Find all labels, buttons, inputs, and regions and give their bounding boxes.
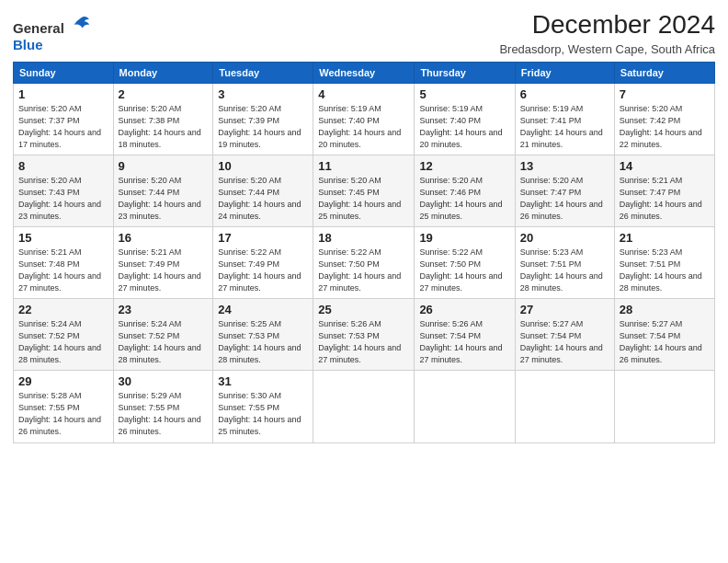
calendar-cell [313, 371, 415, 442]
day-info: Sunrise: 5:21 AMSunset: 7:49 PMDaylight:… [119, 247, 209, 294]
calendar-week-row: 22Sunrise: 5:24 AMSunset: 7:52 PMDayligh… [14, 299, 715, 371]
calendar-cell: 7Sunrise: 5:20 AMSunset: 7:42 PMDaylight… [614, 83, 714, 155]
calendar-week-row: 15Sunrise: 5:21 AMSunset: 7:48 PMDayligh… [14, 226, 715, 298]
day-number: 5 [419, 87, 509, 101]
day-number: 15 [18, 231, 108, 245]
day-info: Sunrise: 5:27 AMSunset: 7:54 PMDaylight:… [520, 318, 609, 366]
calendar-cell [515, 371, 614, 442]
day-number: 27 [520, 303, 609, 316]
day-number: 20 [520, 231, 609, 245]
day-number: 6 [520, 87, 609, 101]
calendar-cell: 4Sunrise: 5:19 AMSunset: 7:40 PMDaylight… [313, 83, 415, 155]
column-header-tuesday: Tuesday [213, 62, 313, 83]
day-info: Sunrise: 5:28 AMSunset: 7:55 PMDaylight:… [18, 390, 108, 438]
day-info: Sunrise: 5:21 AMSunset: 7:48 PMDaylight:… [18, 247, 108, 294]
day-info: Sunrise: 5:20 AMSunset: 7:45 PMDaylight:… [318, 175, 409, 223]
day-info: Sunrise: 5:30 AMSunset: 7:55 PMDaylight:… [218, 390, 308, 438]
day-info: Sunrise: 5:20 AMSunset: 7:46 PMDaylight:… [419, 175, 509, 223]
calendar-cell: 30Sunrise: 5:29 AMSunset: 7:55 PMDayligh… [113, 371, 213, 442]
column-header-thursday: Thursday [415, 62, 515, 83]
calendar-cell: 21Sunrise: 5:23 AMSunset: 7:51 PMDayligh… [614, 226, 714, 298]
day-number: 23 [119, 303, 209, 316]
day-info: Sunrise: 5:21 AMSunset: 7:47 PMDaylight:… [620, 175, 710, 223]
day-number: 9 [119, 159, 209, 173]
day-number: 17 [218, 231, 308, 245]
calendar-cell: 23Sunrise: 5:24 AMSunset: 7:52 PMDayligh… [113, 299, 213, 371]
calendar-cell: 18Sunrise: 5:22 AMSunset: 7:50 PMDayligh… [313, 226, 415, 298]
day-number: 7 [620, 87, 710, 101]
day-info: Sunrise: 5:20 AMSunset: 7:42 PMDaylight:… [620, 103, 710, 151]
day-info: Sunrise: 5:23 AMSunset: 7:51 PMDaylight:… [520, 247, 609, 294]
day-number: 21 [620, 231, 710, 245]
day-info: Sunrise: 5:25 AMSunset: 7:53 PMDaylight:… [218, 318, 308, 366]
day-info: Sunrise: 5:22 AMSunset: 7:49 PMDaylight:… [218, 247, 308, 294]
day-info: Sunrise: 5:19 AMSunset: 7:40 PMDaylight:… [419, 103, 509, 151]
calendar-week-row: 8Sunrise: 5:20 AMSunset: 7:43 PMDaylight… [14, 155, 715, 226]
calendar-week-row: 1Sunrise: 5:20 AMSunset: 7:37 PMDaylight… [14, 83, 715, 155]
calendar-cell: 24Sunrise: 5:25 AMSunset: 7:53 PMDayligh… [213, 299, 313, 371]
day-number: 25 [318, 303, 409, 316]
day-number: 30 [119, 374, 209, 388]
calendar-cell: 3Sunrise: 5:20 AMSunset: 7:39 PMDaylight… [213, 83, 313, 155]
day-number: 1 [18, 87, 108, 101]
day-number: 22 [18, 303, 108, 316]
logo-bird-icon [71, 20, 91, 36]
calendar-cell: 15Sunrise: 5:21 AMSunset: 7:48 PMDayligh… [14, 226, 114, 298]
calendar-cell: 31Sunrise: 5:30 AMSunset: 7:55 PMDayligh… [213, 371, 313, 442]
calendar-table: SundayMondayTuesdayWednesdayThursdayFrid… [13, 62, 715, 443]
logo: General Blue [13, 13, 91, 53]
calendar-cell [614, 371, 714, 442]
calendar-cell: 12Sunrise: 5:20 AMSunset: 7:46 PMDayligh… [415, 155, 515, 226]
page: General Blue December 2024 Bredasdorp, W… [0, 0, 728, 563]
day-number: 18 [318, 231, 409, 245]
day-number: 12 [419, 159, 509, 173]
day-number: 24 [218, 303, 308, 316]
column-header-friday: Friday [515, 62, 614, 83]
calendar-cell: 10Sunrise: 5:20 AMSunset: 7:44 PMDayligh… [213, 155, 313, 226]
header-row: General Blue December 2024 Bredasdorp, W… [13, 9, 715, 56]
calendar-cell [415, 371, 515, 442]
day-number: 28 [620, 303, 710, 316]
day-number: 29 [18, 374, 108, 388]
day-number: 31 [218, 374, 308, 388]
day-number: 26 [419, 303, 509, 316]
day-info: Sunrise: 5:26 AMSunset: 7:54 PMDaylight:… [419, 318, 509, 366]
day-number: 19 [419, 231, 509, 245]
day-info: Sunrise: 5:24 AMSunset: 7:52 PMDaylight:… [119, 318, 209, 366]
calendar-cell: 1Sunrise: 5:20 AMSunset: 7:37 PMDaylight… [14, 83, 114, 155]
day-info: Sunrise: 5:20 AMSunset: 7:39 PMDaylight:… [218, 103, 308, 151]
day-info: Sunrise: 5:19 AMSunset: 7:41 PMDaylight:… [520, 103, 609, 151]
logo-general-text: General [13, 20, 64, 36]
calendar-cell: 8Sunrise: 5:20 AMSunset: 7:43 PMDaylight… [14, 155, 114, 226]
calendar-cell: 22Sunrise: 5:24 AMSunset: 7:52 PMDayligh… [14, 299, 114, 371]
day-number: 2 [119, 87, 209, 101]
day-info: Sunrise: 5:27 AMSunset: 7:54 PMDaylight:… [620, 318, 710, 366]
calendar-header-row: SundayMondayTuesdayWednesdayThursdayFrid… [14, 62, 715, 83]
calendar-cell: 11Sunrise: 5:20 AMSunset: 7:45 PMDayligh… [313, 155, 415, 226]
location-title: Bredasdorp, Western Cape, South Africa [499, 42, 715, 56]
calendar-cell: 6Sunrise: 5:19 AMSunset: 7:41 PMDaylight… [515, 83, 614, 155]
calendar-cell: 25Sunrise: 5:26 AMSunset: 7:53 PMDayligh… [313, 299, 415, 371]
day-number: 16 [119, 231, 209, 245]
calendar-week-row: 29Sunrise: 5:28 AMSunset: 7:55 PMDayligh… [14, 371, 715, 442]
day-number: 8 [18, 159, 108, 173]
calendar-cell: 28Sunrise: 5:27 AMSunset: 7:54 PMDayligh… [614, 299, 714, 371]
day-info: Sunrise: 5:29 AMSunset: 7:55 PMDaylight:… [119, 390, 209, 438]
day-info: Sunrise: 5:20 AMSunset: 7:47 PMDaylight:… [520, 175, 609, 223]
column-header-sunday: Sunday [14, 62, 114, 83]
calendar-cell: 20Sunrise: 5:23 AMSunset: 7:51 PMDayligh… [515, 226, 614, 298]
day-number: 10 [218, 159, 308, 173]
calendar-cell: 9Sunrise: 5:20 AMSunset: 7:44 PMDaylight… [113, 155, 213, 226]
calendar-cell: 19Sunrise: 5:22 AMSunset: 7:50 PMDayligh… [415, 226, 515, 298]
calendar-cell: 13Sunrise: 5:20 AMSunset: 7:47 PMDayligh… [515, 155, 614, 226]
calendar-cell: 5Sunrise: 5:19 AMSunset: 7:40 PMDaylight… [415, 83, 515, 155]
day-info: Sunrise: 5:22 AMSunset: 7:50 PMDaylight:… [419, 247, 509, 294]
day-number: 14 [620, 159, 710, 173]
month-title: December 2024 [499, 9, 715, 40]
day-info: Sunrise: 5:20 AMSunset: 7:44 PMDaylight:… [119, 175, 209, 223]
day-info: Sunrise: 5:24 AMSunset: 7:52 PMDaylight:… [18, 318, 108, 366]
day-info: Sunrise: 5:26 AMSunset: 7:53 PMDaylight:… [318, 318, 409, 366]
calendar-cell: 17Sunrise: 5:22 AMSunset: 7:49 PMDayligh… [213, 226, 313, 298]
day-number: 3 [218, 87, 308, 101]
day-number: 4 [318, 87, 409, 101]
